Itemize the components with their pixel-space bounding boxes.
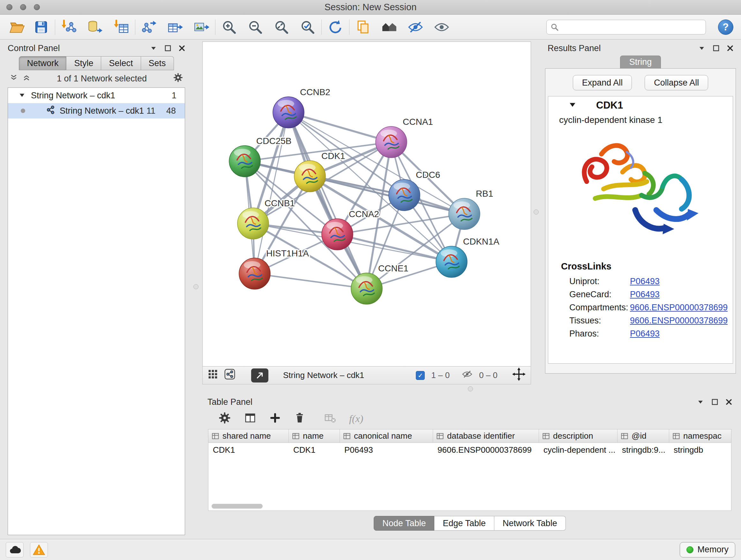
network-canvas[interactable]: CCNB2CCNA1CDC25BCDK1CDC6RB1CCNB1CCNA2CDK… <box>202 42 531 367</box>
cell-id[interactable]: stringdb:9... <box>617 445 669 455</box>
crosslink-link[interactable]: P06493 <box>630 329 660 339</box>
expand-all-networks-icon[interactable] <box>22 73 30 84</box>
detach-view-button[interactable] <box>251 368 268 382</box>
pan-mode-icon[interactable] <box>512 368 526 383</box>
minimize-window-button[interactable] <box>20 4 26 10</box>
crosslink-link[interactable]: 9606.ENSP00000378699 <box>630 303 728 313</box>
save-session-button[interactable] <box>32 18 51 37</box>
help-button[interactable]: ? <box>718 19 733 35</box>
network-edge[interactable] <box>310 176 464 214</box>
horizontal-scrollbar-thumb[interactable] <box>212 504 263 509</box>
tab-sets[interactable]: Sets <box>141 56 174 70</box>
cell-shared-name[interactable]: CDK1 <box>208 445 289 455</box>
panel-close-icon[interactable] <box>726 399 732 405</box>
network-edge[interactable] <box>288 112 367 289</box>
export-table-button[interactable] <box>166 18 185 37</box>
splitter-handle[interactable] <box>468 386 473 391</box>
import-table-button[interactable] <box>112 18 131 37</box>
tab-select[interactable]: Select <box>101 56 141 70</box>
zoom-in-button[interactable] <box>220 18 239 37</box>
refresh-layout-button[interactable] <box>326 18 345 37</box>
grid-view-icon[interactable] <box>208 369 218 381</box>
birds-eye-view-button[interactable] <box>380 18 399 37</box>
network-node-RB1[interactable]: RB1 <box>449 189 493 230</box>
column-header-canonical-name[interactable]: canonical name <box>340 429 433 442</box>
panel-menu-icon[interactable] <box>150 45 157 52</box>
network-node-CDK1[interactable]: CDK1 <box>294 151 345 192</box>
network-row[interactable]: String Network – cdk1 11 48 <box>8 103 185 118</box>
network-edge[interactable] <box>288 112 391 142</box>
tab-network[interactable]: Network <box>19 56 66 70</box>
crosslink-link[interactable]: P06493 <box>630 276 660 287</box>
selected-checkbox-icon[interactable]: ✓ <box>416 371 425 380</box>
import-network-file-button[interactable] <box>60 18 78 37</box>
tab-edge-table[interactable]: Edge Table <box>434 516 494 531</box>
column-header-id[interactable]: @id <box>617 429 669 442</box>
network-node-CCNA1[interactable]: CCNA1 <box>376 117 433 158</box>
hide-selected-button[interactable] <box>406 18 425 37</box>
panel-close-icon[interactable] <box>179 45 185 51</box>
panel-menu-icon[interactable] <box>698 45 705 52</box>
column-header-name[interactable]: name <box>289 429 340 442</box>
network-node-HIST1H1A[interactable]: HIST1H1A <box>239 248 309 289</box>
gene-card-header[interactable]: CDK1 <box>548 97 733 114</box>
collapse-all-networks-icon[interactable] <box>10 73 18 84</box>
panel-float-icon[interactable] <box>713 45 719 51</box>
crosslink-link[interactable]: 9606.ENSP00000378699 <box>630 316 728 326</box>
memory-button[interactable]: Memory <box>680 542 735 557</box>
panel-close-icon[interactable] <box>727 45 733 51</box>
collapse-all-button[interactable]: Collapse All <box>645 75 708 90</box>
tab-node-table[interactable]: Node Table <box>374 516 434 531</box>
cell-database-identifier[interactable]: 9606.ENSP00000378699 <box>433 445 539 455</box>
network-canvas-svg[interactable]: CCNB2CCNA1CDC25BCDK1CDC6RB1CCNB1CCNA2CDK… <box>203 42 531 366</box>
zoom-fit-button[interactable] <box>272 18 291 37</box>
splitter-handle[interactable] <box>534 209 539 214</box>
import-network-database-button[interactable] <box>86 18 105 37</box>
zoom-out-button[interactable] <box>246 18 265 37</box>
network-share-icon[interactable] <box>224 369 235 382</box>
cell-namespace[interactable]: stringdb <box>669 445 731 455</box>
show-columns-button[interactable] <box>244 412 257 426</box>
panel-float-icon[interactable] <box>712 399 718 405</box>
tab-string[interactable]: String <box>620 56 661 68</box>
open-session-button[interactable] <box>8 18 26 37</box>
tab-style[interactable]: Style <box>66 56 101 70</box>
hidden-eye-slash-icon[interactable] <box>462 369 473 382</box>
export-image-button[interactable] <box>192 18 211 37</box>
export-network-button[interactable] <box>140 18 158 37</box>
duplicate-network-button[interactable] <box>354 18 373 37</box>
close-window-button[interactable] <box>6 4 12 10</box>
column-header-database-identifier[interactable]: database identifier <box>433 429 539 442</box>
network-edge[interactable] <box>255 273 367 289</box>
delete-table-button-disabled[interactable] <box>324 412 336 426</box>
create-column-button[interactable] <box>269 412 281 425</box>
zoom-window-button[interactable] <box>34 4 40 10</box>
cloud-status-button[interactable] <box>6 542 23 557</box>
crosslink-link[interactable]: P06493 <box>630 290 660 300</box>
column-header-namespace[interactable]: namespac <box>669 429 731 442</box>
warnings-button[interactable] <box>30 542 48 557</box>
expand-all-button[interactable]: Expand All <box>573 75 632 90</box>
column-header-shared-name[interactable]: shared name <box>208 429 289 442</box>
splitter-handle[interactable] <box>193 284 199 289</box>
network-collection-row[interactable]: String Network – cdk1 1 <box>8 88 185 103</box>
table-options-gear-button[interactable] <box>218 412 231 426</box>
panel-float-icon[interactable] <box>165 45 171 51</box>
network-node-CCNE1[interactable]: CCNE1 <box>351 263 408 304</box>
cell-name[interactable]: CDK1 <box>289 445 340 455</box>
column-header-description[interactable]: description <box>539 429 617 442</box>
function-builder-button-disabled[interactable]: f(x) <box>349 413 363 425</box>
network-node-CDKN1A[interactable]: CDKN1A <box>436 237 499 277</box>
cell-canonical-name[interactable]: P06493 <box>340 445 433 455</box>
network-options-gear-button[interactable] <box>173 72 183 85</box>
gene-expander-icon[interactable] <box>569 101 576 110</box>
show-all-button[interactable] <box>432 18 451 37</box>
delete-column-button[interactable] <box>293 412 306 425</box>
search-input[interactable] <box>562 22 702 32</box>
table-row[interactable]: CDK1 CDK1 P06493 9606.ENSP00000378699 cy… <box>208 443 731 457</box>
tab-network-table[interactable]: Network Table <box>494 516 566 531</box>
zoom-selected-button[interactable] <box>298 18 317 37</box>
cell-description[interactable]: cyclin-dependent ... <box>539 445 617 455</box>
panel-menu-icon[interactable] <box>697 398 704 406</box>
tree-expander-icon[interactable] <box>19 91 25 101</box>
